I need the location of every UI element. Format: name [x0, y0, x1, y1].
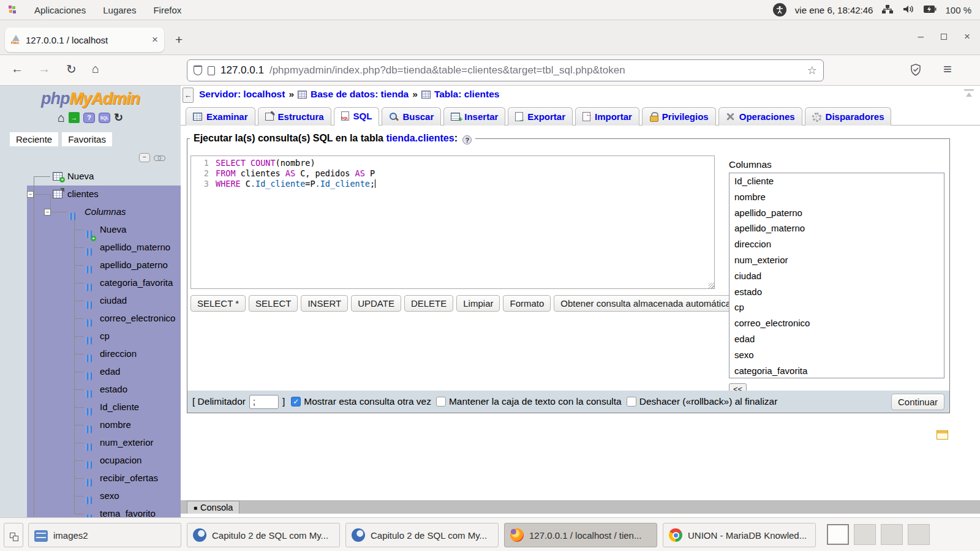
column-option-ciudad[interactable]: ciudad [729, 268, 944, 284]
console-toggle[interactable]: ■ Consola [187, 501, 239, 514]
tab-insertar[interactable]: Insertar [443, 107, 505, 126]
sql-button-select[interactable]: SELECT [249, 295, 298, 312]
checkbox-icon[interactable] [436, 397, 446, 407]
sql-button-insert[interactable]: INSERT [301, 295, 348, 312]
tab-privilegios[interactable]: Privilegios [642, 107, 716, 126]
taskbar-window-127-0-0-1-localhost-tien[interactable]: 127.0.0.1 / localhost / tien... [504, 523, 657, 547]
menu-hamburger-icon[interactable]: ≡ [943, 61, 952, 78]
column-option-correo-electronico[interactable]: correo_electronico [729, 315, 944, 331]
tree-item-ciudad[interactable]: ciudad [0, 292, 181, 310]
checkbox-icon[interactable]: ✓ [291, 397, 301, 407]
sql-button-limpiar[interactable]: Limpiar [456, 295, 500, 312]
sql-button-select[interactable]: SELECT * [190, 295, 246, 312]
refresh-icon[interactable]: ↻ [114, 111, 123, 124]
column-option-edad[interactable]: edad [729, 331, 944, 347]
tree-item-ocupacion[interactable]: ocupacion [0, 452, 181, 470]
breadcrumb-link-servidor-localhost[interactable]: Servidor: localhost [199, 89, 285, 100]
delimiter-input[interactable] [249, 395, 279, 409]
option-mantener-la-caja-de-texto-con-la-consulta[interactable]: Mantener la caja de texto con la consult… [436, 396, 622, 407]
home-icon[interactable]: ⌂ [58, 111, 65, 125]
tab-buscar[interactable]: Buscar [382, 107, 441, 126]
tracking-shield-icon[interactable] [194, 66, 202, 75]
column-option-apellido-materno[interactable]: apellido_materno [729, 220, 944, 236]
workspace-4[interactable] [908, 524, 930, 545]
column-option-estado[interactable]: estado [729, 284, 944, 300]
sql-editor[interactable]: 123 SELECT COUNT(nombre)FROM clientes AS… [190, 156, 715, 289]
continue-button[interactable]: Continuar [891, 394, 944, 410]
tab-examinar[interactable]: Examinar [186, 107, 255, 126]
tree-item-correo-electronico[interactable]: correo_electronico [0, 310, 181, 328]
forward-button[interactable]: → [38, 62, 50, 76]
workspace-3[interactable] [881, 524, 903, 545]
tree-item-tema-favorito[interactable]: tema_favorito [0, 505, 181, 517]
tree-item-nueva[interactable]: +Nueva [0, 221, 181, 239]
tree-item-nombre[interactable]: nombre [0, 416, 181, 434]
back-button[interactable]: ← [11, 62, 23, 76]
column-option-apellido-paterno[interactable]: apellido_paterno [729, 205, 944, 221]
column-option-categoria-favorita[interactable]: categoria_favorita [729, 363, 944, 378]
editor-code[interactable]: SELECT COUNT(nombre)FROM clientes AS C, … [212, 156, 375, 288]
home-button[interactable]: ⌂ [92, 62, 99, 76]
tree-item-columnas[interactable]: −Columnas [0, 203, 181, 221]
tree-item-clientes[interactable]: −clientes [0, 186, 181, 203]
tree-item-sexo[interactable]: sexo [0, 487, 181, 505]
workspace-2[interactable] [854, 524, 876, 545]
option-mostrar-esta-consulta-otra-vez[interactable]: ✓Mostrar esta consulta otra vez [291, 396, 431, 407]
restore-button[interactable] [941, 34, 947, 40]
collapse-toggle-icon[interactable]: − [44, 209, 51, 216]
breadcrumb-link-tabla-clientes[interactable]: Tabla: clientes [434, 89, 500, 100]
collapse-toggle-icon[interactable]: − [27, 191, 34, 198]
sql-button-delete[interactable]: DELETE [404, 295, 453, 312]
close-button[interactable]: × [964, 31, 970, 42]
table-link[interactable]: tienda.clientes [386, 133, 454, 143]
tab-operaciones[interactable]: Operaciones [718, 107, 802, 126]
column-option-num-exterior[interactable]: num_exterior [729, 252, 944, 268]
columns-listbox[interactable]: Id_clientenombreapellido_paternoapellido… [729, 173, 944, 378]
page-info-icon[interactable] [208, 66, 215, 75]
favorites-button[interactable]: Favoritas [62, 132, 112, 146]
docs-help-icon[interactable]: ? [462, 135, 472, 144]
volume-icon[interactable] [902, 4, 914, 16]
checkbox-icon[interactable] [627, 397, 636, 407]
collapse-all-icon[interactable]: − [139, 153, 150, 162]
minimize-button[interactable]: – [918, 31, 924, 42]
tree-item-num-exterior[interactable]: num_exterior [0, 434, 181, 452]
tree-item-id-cliente[interactable]: Id_cliente [0, 399, 181, 416]
new-tab-button[interactable]: + [175, 32, 183, 47]
taskbar-window-capitulo-2-de-sql-com-my[interactable]: Capitulo 2 de SQL com My... [187, 523, 340, 547]
recent-button[interactable]: Reciente [10, 132, 58, 146]
network-icon[interactable] [881, 4, 894, 16]
link-with-main-icon[interactable] [154, 155, 165, 161]
tree-item-cp[interactable]: cp [0, 328, 181, 345]
help-icon[interactable]: ? [83, 113, 95, 123]
tree-item-nueva[interactable]: +Nueva [0, 168, 181, 186]
tree-item-direccion[interactable]: direccion [0, 345, 181, 363]
breadcrumb-link-base-de-datos-tienda[interactable]: Base de datos: tienda [311, 89, 409, 100]
column-option-sexo[interactable]: sexo [729, 347, 944, 363]
column-option-cp[interactable]: cp [729, 299, 944, 315]
logout-icon[interactable]: → [69, 112, 80, 123]
option-deshacer-rollback-al-finalizar[interactable]: Deshacer («rollback») al finalizar [627, 396, 778, 407]
window-list-icon[interactable] [4, 523, 23, 547]
sql-button-update[interactable]: UPDATE [351, 295, 401, 312]
menu-firefox[interactable]: Firefox [153, 5, 181, 15]
tree-item-estado[interactable]: estado [0, 381, 181, 399]
workspace-1[interactable] [827, 524, 849, 545]
menu-aplicaciones[interactable]: Aplicaciones [34, 5, 86, 15]
battery-icon[interactable] [923, 5, 937, 15]
collapse-menu-icon[interactable] [964, 89, 974, 98]
tab-disparadores[interactable]: Disparadores [805, 107, 892, 126]
menu-lugares[interactable]: Lugares [103, 5, 136, 15]
distro-logo-icon[interactable] [7, 5, 17, 15]
tree-item-apellido-materno[interactable]: apellido_materno [0, 239, 181, 257]
nav-panel-toggle[interactable]: ← [183, 88, 194, 103]
tree-item-recibir-ofertas[interactable]: recibir_ofertas [0, 470, 181, 487]
accessibility-icon[interactable] [773, 3, 786, 17]
taskbar-window-images2[interactable]: images2 [28, 523, 181, 547]
column-option-nombre[interactable]: nombre [729, 189, 944, 205]
tab-close-icon[interactable]: × [152, 34, 158, 46]
tab-exportar[interactable]: Exportar [508, 107, 573, 126]
column-option-id-cliente[interactable]: Id_cliente [729, 173, 944, 189]
column-option-direccion[interactable]: direccion [729, 236, 944, 252]
bookmark-star-icon[interactable]: ☆ [807, 64, 817, 77]
